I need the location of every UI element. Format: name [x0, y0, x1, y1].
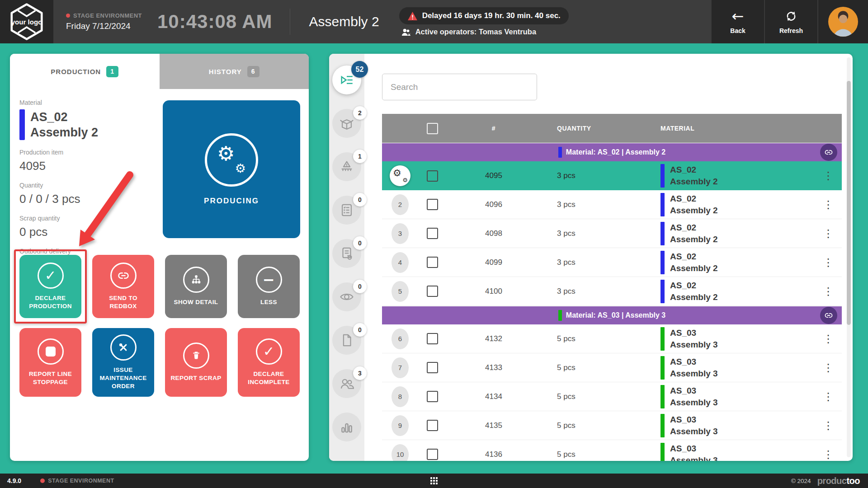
row-material-name: Assembly 3: [670, 397, 718, 408]
report-scrap-button[interactable]: REPORT SCRAP: [165, 328, 227, 397]
refresh-button[interactable]: Refresh: [764, 0, 817, 43]
operators-icon: [339, 376, 354, 391]
apps-grid-button[interactable]: [430, 477, 438, 484]
line-stoppage-icon: [339, 159, 354, 174]
row-menu-button[interactable]: [815, 169, 842, 182]
producing-status-tile[interactable]: PRODUCING: [163, 100, 300, 238]
row-menu-button[interactable]: [815, 390, 842, 403]
table-row[interactable]: 9 4135 5 pcs AS_03 Assembly 3: [382, 411, 842, 440]
table-row[interactable]: 3 4098 3 pcs AS_02 Assembly 2: [382, 219, 842, 248]
row-checkbox[interactable]: [427, 362, 438, 373]
refresh-icon: [784, 9, 798, 23]
handover-view-button[interactable]: 0: [332, 239, 361, 268]
declare-production-button[interactable]: DECLARE PRODUCTION: [19, 255, 81, 318]
row-menu-button[interactable]: [815, 198, 842, 211]
row-menu-button[interactable]: [815, 419, 842, 432]
row-checkbox[interactable]: [427, 420, 438, 431]
row-menu-button[interactable]: [815, 227, 842, 240]
app-version: 4.9.0: [7, 477, 21, 484]
packaging-view-button[interactable]: 2: [332, 109, 361, 138]
table-row[interactable]: 6 4132 5 pcs AS_03 Assembly 3: [382, 324, 842, 353]
material-color-bar: [660, 327, 665, 351]
send-to-redbox-button[interactable]: SEND TO REDBOX: [92, 255, 154, 318]
table-row[interactable]: 5 4100 3 pcs AS_02 Assembly 2: [382, 277, 842, 306]
row-checkbox[interactable]: [427, 228, 438, 239]
row-quantity: 3 pcs: [541, 287, 650, 296]
row-index: 10: [392, 444, 409, 461]
declare-incomplete-button[interactable]: DECLARE INCOMPLETE: [238, 328, 300, 397]
row-index: 5: [392, 281, 409, 302]
user-avatar[interactable]: [817, 0, 868, 43]
gears-icon: [205, 133, 258, 187]
table-row[interactable]: 2 4096 3 pcs AS_02 Assembly 2: [382, 190, 842, 219]
active-operators: Active operators: Tomas Ventruba: [415, 28, 536, 36]
queue-view-button[interactable]: 52: [332, 66, 361, 94]
row-menu-button[interactable]: [815, 333, 842, 345]
group-link-button[interactable]: [820, 307, 837, 324]
back-button[interactable]: Back: [711, 0, 764, 43]
search-input[interactable]: [382, 74, 537, 100]
material-color-bar: [660, 280, 665, 303]
row-checkbox[interactable]: [427, 391, 438, 402]
row-quantity: 3 pcs: [541, 171, 650, 180]
material-color-bar: [660, 251, 665, 274]
material-color-bar: [660, 164, 665, 188]
table-row[interactable]: 8 4134 5 pcs AS_03 Assembly 3: [382, 382, 842, 411]
row-checkbox[interactable]: [427, 286, 438, 297]
row-menu-button[interactable]: [815, 256, 842, 269]
select-all-checkbox[interactable]: [427, 123, 438, 134]
group-link-button[interactable]: [820, 144, 837, 161]
less-button[interactable]: LESS: [238, 255, 300, 318]
warning-icon: [407, 11, 418, 21]
row-quantity: 5 pcs: [541, 421, 650, 430]
column-quantity: QUANTITY: [541, 125, 650, 132]
operators-view-button[interactable]: 3: [332, 369, 361, 398]
row-material-code: AS_02: [670, 193, 718, 205]
table-row[interactable]: 10 4136 5 pcs AS_03 Assembly 3: [382, 440, 842, 461]
table-row[interactable]: 7 4133 5 pcs AS_03 Assembly 3: [382, 353, 842, 382]
row-checkbox[interactable]: [427, 170, 438, 182]
row-checkbox[interactable]: [427, 449, 438, 460]
column-number: #: [446, 125, 541, 132]
clock: 10:43:08 AM: [157, 11, 273, 33]
material-color-bar: [660, 385, 665, 408]
row-menu-button[interactable]: [815, 361, 842, 374]
row-number: 4100: [446, 287, 541, 296]
row-material-code: AS_03: [670, 385, 718, 397]
row-number: 4135: [446, 421, 541, 430]
row-checkbox[interactable]: [427, 199, 438, 210]
row-number: 4098: [446, 229, 541, 238]
material-group-row: Material: AS_02 | Assembly 2: [382, 143, 842, 161]
group-color-bar: [558, 310, 562, 321]
row-material-name: Assembly 3: [670, 368, 718, 380]
material-color-bar: [660, 356, 665, 380]
checklist-view-button[interactable]: 0: [332, 196, 361, 225]
line-stoppage-view-button[interactable]: 1: [332, 152, 361, 181]
row-menu-button[interactable]: [815, 448, 842, 461]
row-material-code: AS_02: [670, 251, 718, 263]
table-row[interactable]: 4 4099 3 pcs AS_02 Assembly 2: [382, 248, 842, 277]
statistics-view-button[interactable]: [332, 413, 361, 441]
watch-view-button[interactable]: 0: [332, 282, 361, 311]
tab-production[interactable]: PRODUCTION 1: [10, 54, 160, 89]
row-index: 8: [392, 386, 409, 407]
documents-view-button[interactable]: 0: [332, 326, 361, 355]
row-number: 4134: [446, 392, 541, 401]
row-menu-button[interactable]: [815, 285, 842, 298]
material-color-bar: [19, 109, 25, 140]
row-quantity: 5 pcs: [541, 334, 650, 343]
scrollbar-thumb[interactable]: [847, 81, 851, 325]
row-checkbox[interactable]: [427, 333, 438, 344]
row-quantity: 5 pcs: [541, 392, 650, 401]
issue-maintenance-order-button[interactable]: ISSUE MAINTENANCE ORDER: [92, 328, 154, 397]
table-row[interactable]: 4095 3 pcs AS_02 Assembly 2: [382, 161, 842, 190]
queue-icon: [339, 72, 354, 88]
report-line-stoppage-button[interactable]: REPORT LINE STOPPAGE: [19, 328, 81, 397]
production-panel: PRODUCTION 1 HISTORY 6 Material AS_02 As…: [10, 54, 309, 461]
tab-history[interactable]: HISTORY 6: [160, 54, 309, 89]
tab-history-badge: 6: [247, 66, 259, 77]
material-color-bar: [660, 222, 665, 245]
show-detail-button[interactable]: SHOW DETAIL: [165, 255, 227, 318]
row-index: 7: [392, 357, 409, 378]
row-checkbox[interactable]: [427, 257, 438, 268]
